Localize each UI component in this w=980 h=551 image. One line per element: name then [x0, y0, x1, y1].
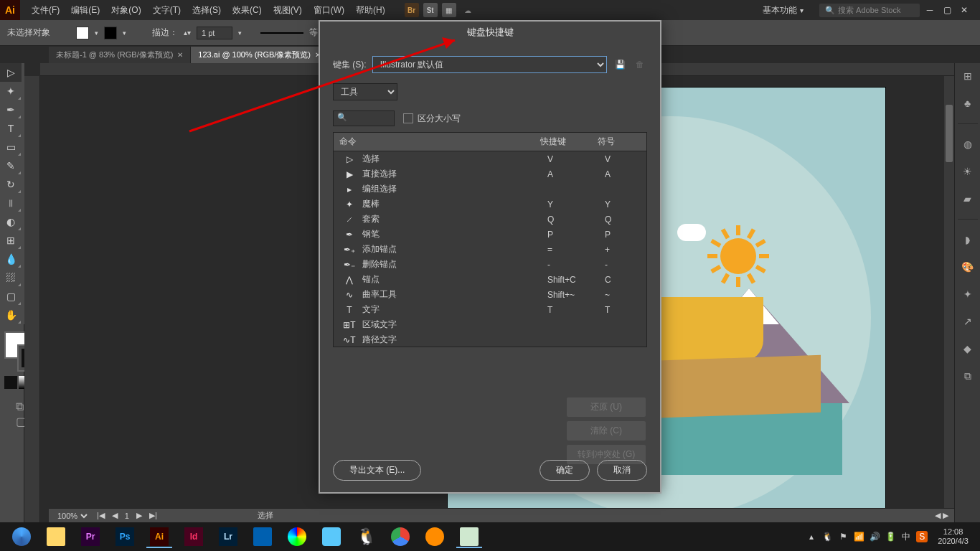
tab-close-icon[interactable]: ✕ [177, 51, 183, 59]
rectangle-tool[interactable]: ▭ [0, 138, 22, 156]
tray-network-icon[interactable]: 📶 [853, 531, 864, 542]
col-header-shortcut[interactable]: 快捷键 [540, 136, 598, 148]
width-tool[interactable]: ⫴ [0, 194, 22, 212]
fill-dropdown[interactable]: ▾ [95, 29, 98, 37]
nav-first-icon[interactable]: |◀ [97, 511, 105, 520]
table-row[interactable]: ✦魔棒YY [334, 197, 646, 212]
table-row[interactable]: ⋀锚点Shift+CC [334, 272, 646, 287]
magic-wand-tool[interactable]: ✦ [0, 82, 22, 100]
panel-swatches-icon[interactable]: ☀ [961, 164, 975, 179]
tray-ime-icon[interactable]: 中 [900, 531, 912, 542]
taskbar-chrome-icon[interactable] [385, 525, 416, 548]
taskbar-notepad-icon[interactable] [453, 525, 485, 548]
save-keyset-icon[interactable]: 💾 [613, 57, 627, 72]
panel-libraries-icon[interactable]: ♣ [961, 96, 975, 110]
close-button[interactable]: ✕ [957, 3, 971, 17]
nav-next-icon[interactable]: ▶ [136, 511, 142, 520]
tray-flag-icon[interactable]: ⚑ [837, 531, 849, 542]
taskbar-browser-icon[interactable] [6, 525, 37, 548]
stroke-weight-dropdown[interactable]: ▾ [238, 29, 242, 37]
menu-window[interactable]: 窗口(W) [308, 4, 350, 17]
menu-select[interactable]: 选择(S) [187, 4, 227, 17]
arrange-icon[interactable]: ▦ [442, 3, 456, 17]
table-row[interactable]: ▸编组选择 [334, 182, 646, 197]
table-row[interactable]: ▷选择VV [334, 151, 646, 166]
menu-edit[interactable]: 编辑(E) [65, 4, 105, 17]
panel-color-icon[interactable]: ◍ [961, 137, 975, 151]
tray-volume-icon[interactable]: 🔊 [869, 531, 880, 542]
menu-effect[interactable]: 效果(C) [227, 4, 268, 17]
taskbar-indesign-icon[interactable]: Id [178, 525, 209, 548]
table-row[interactable]: ✒₊添加锚点=+ [334, 242, 646, 257]
panel-properties-icon[interactable]: ⊞ [961, 69, 975, 83]
shaper-tool[interactable]: ✎ [0, 156, 22, 175]
scrollbar-vertical[interactable] [944, 76, 954, 522]
taskbar-app-2-icon[interactable] [281, 525, 313, 548]
eyedropper-tool[interactable]: 💧 [0, 250, 22, 268]
panel-layers-icon[interactable]: ⧉ [961, 369, 975, 383]
export-text-button[interactable]: 导出文本 (E)... [333, 460, 421, 481]
screen-mode-icons[interactable]: ⧉ [16, 400, 24, 413]
table-row[interactable]: T文字TT [334, 302, 646, 317]
maximize-button[interactable]: ▢ [940, 3, 954, 17]
fill-swatch[interactable] [76, 27, 89, 39]
table-row[interactable]: ⟋套索QQ [334, 212, 646, 227]
type-tool[interactable]: T [0, 119, 22, 138]
menu-object[interactable]: 对象(O) [105, 4, 146, 17]
stroke-stepper[interactable]: ▴▾ [184, 29, 191, 37]
tray-power-icon[interactable]: 🔋 [885, 531, 896, 542]
table-row[interactable]: ⊞T区域文字 [334, 317, 646, 332]
nav-prev-icon[interactable]: ◀ [112, 511, 118, 520]
menu-view[interactable]: 视图(V) [268, 4, 308, 17]
taskbar-explorer-icon[interactable] [40, 525, 72, 548]
table-row[interactable]: ∿曲率工具Shift+~~ [334, 287, 646, 302]
menu-type[interactable]: 文字(T) [147, 4, 187, 17]
tray-sogou-icon[interactable]: S [916, 531, 928, 542]
bridge-icon[interactable]: Br [405, 3, 419, 17]
taskbar-clock[interactable]: 12:08 2020/4/3 [932, 527, 974, 546]
workspace-dropdown[interactable]: 基本功能 [757, 1, 816, 19]
document-tab-2[interactable]: 123.ai @ 100% (RGB/像素预览) ✕ [191, 47, 329, 63]
stroke-style-preview[interactable] [260, 32, 303, 34]
table-row[interactable]: ✒₋删除锚点-- [334, 257, 646, 272]
table-row[interactable]: ∿T路径文字 [334, 332, 646, 345]
taskbar-app-4-icon[interactable] [419, 525, 451, 548]
taskbar-photoshop-icon[interactable]: Ps [109, 525, 141, 548]
cloud-icon[interactable]: ☁ [461, 3, 475, 17]
panel-appearance-icon[interactable]: ◆ [961, 342, 975, 356]
symbol-sprayer-tool[interactable]: ⛆ [0, 268, 22, 287]
artboard-tool[interactable]: ▢ [0, 287, 22, 306]
table-row[interactable]: ✒钢笔PP [334, 227, 646, 242]
minimize-button[interactable]: ─ [923, 3, 937, 17]
taskbar-app-3-icon[interactable] [316, 525, 347, 548]
ok-button[interactable]: 确定 [540, 460, 590, 481]
stock-icon[interactable]: St [423, 3, 438, 17]
nav-last-icon[interactable]: ▶| [149, 511, 157, 520]
artboard-number[interactable]: 1 [125, 512, 129, 520]
stroke-swatch[interactable] [104, 27, 117, 39]
col-header-command[interactable]: 命令 [339, 136, 540, 148]
panel-gradient-icon[interactable]: ▰ [961, 192, 975, 206]
taskbar-qq-icon[interactable]: 🐧 [350, 525, 382, 548]
tray-chevron-icon[interactable]: ▴ [806, 531, 817, 542]
rotate-tool[interactable]: ↻ [0, 175, 22, 194]
category-dropdown[interactable]: 工具 [333, 83, 397, 100]
menu-help[interactable]: 帮助(H) [350, 4, 391, 17]
tray-qq-icon[interactable]: 🐧 [821, 531, 833, 542]
stroke-dropdown[interactable]: ▾ [123, 29, 126, 37]
panel-transparency-icon[interactable]: ↗ [961, 314, 975, 329]
cancel-button[interactable]: 取消 [597, 460, 647, 481]
col-header-symbol[interactable]: 符号 [598, 136, 641, 148]
taskbar-illustrator-icon[interactable]: Ai [143, 525, 175, 548]
table-row[interactable]: ▶直接选择AA [334, 166, 646, 182]
zoom-dropdown[interactable]: 100% [55, 511, 90, 521]
case-sensitive-checkbox[interactable] [403, 113, 413, 123]
pen-tool[interactable]: ✒ [0, 100, 22, 119]
shape-builder-tool[interactable]: ◐ [0, 212, 22, 231]
taskbar-lightroom-icon[interactable]: Lr [212, 525, 244, 548]
stroke-weight-input[interactable] [197, 27, 232, 39]
color-mode-fill[interactable] [4, 376, 17, 389]
taskbar-app-1-icon[interactable] [247, 525, 278, 548]
keyset-dropdown[interactable]: Illustrator 默认值 [372, 56, 607, 73]
document-tab-1[interactable]: 未标题-1 @ 83% (RGB/像素预览) ✕ [49, 47, 191, 63]
